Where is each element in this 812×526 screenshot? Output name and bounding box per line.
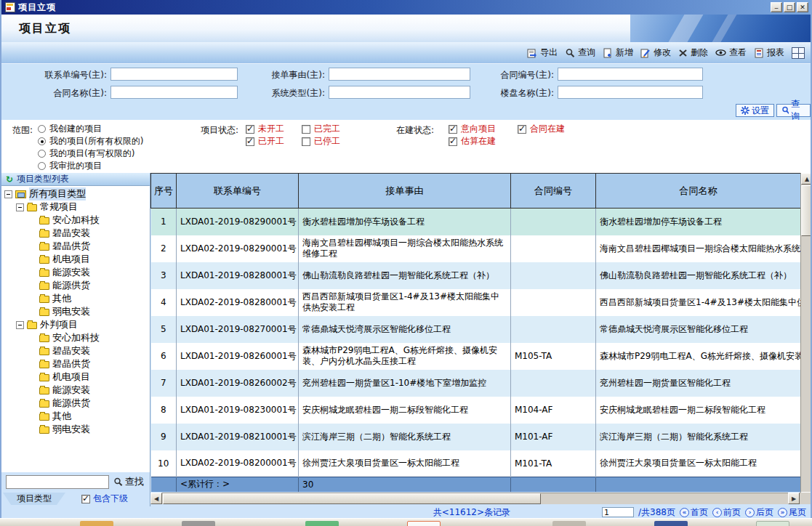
prev-page-icon[interactable] xyxy=(712,508,722,517)
checkbox-icon[interactable] xyxy=(449,137,457,146)
radio-my-all-perm[interactable]: 我的项目(所有有权限的) xyxy=(38,135,143,147)
radio-icon[interactable] xyxy=(38,162,46,170)
table-row[interactable]: 8LXDA01-2019-08230001号安庆桐城龙眠碧桂园一期二标段智能化工… xyxy=(151,397,801,424)
contact-no-input[interactable] xyxy=(110,68,238,81)
building-name-input[interactable] xyxy=(558,86,703,99)
tree-node[interactable]: 机电项目 xyxy=(1,371,150,384)
maximize-icon[interactable] xyxy=(784,2,795,12)
horizontal-scrollbar[interactable] xyxy=(150,493,800,504)
radio-my-created[interactable]: 我创建的项目 xyxy=(38,123,102,135)
report-button[interactable]: 报表 xyxy=(754,46,784,59)
vertical-scrollbar[interactable] xyxy=(800,173,812,504)
refresh-icon[interactable] xyxy=(6,174,13,185)
edit-button[interactable]: 修改 xyxy=(640,46,671,59)
tree-node[interactable]: 安心加科技 xyxy=(1,214,150,227)
radio-my-write-perm[interactable]: 我的项目(有写权限的) xyxy=(38,147,134,160)
taskbar-button[interactable] xyxy=(756,521,789,526)
table-row[interactable]: 1LXDA01-2019-08290001号衡水碧桂园增加停车场设备工程衡水碧桂… xyxy=(151,209,801,235)
checkbox-icon[interactable] xyxy=(302,137,310,146)
tree-node[interactable]: 能源供货 xyxy=(1,397,150,410)
scroll-thumb[interactable] xyxy=(801,185,812,236)
checkbox-icon[interactable] xyxy=(246,137,254,146)
first-page-button[interactable]: 首页 xyxy=(680,506,708,519)
tree-node[interactable]: 碧晶供货 xyxy=(1,357,150,371)
col-header-reason[interactable]: 接单事由 xyxy=(299,174,511,209)
contract-name-input[interactable] xyxy=(110,86,238,99)
find-button[interactable]: 查找 xyxy=(113,475,144,488)
include-sub-option[interactable]: 包含下级 xyxy=(81,493,128,505)
checkbox-icon[interactable] xyxy=(518,125,526,134)
checkbox-icon[interactable] xyxy=(246,125,254,134)
checkbox-estimate-building[interactable]: 估算在建 xyxy=(449,135,496,147)
scroll-left-icon[interactable] xyxy=(150,493,162,504)
tree-node[interactable]: 能源安装 xyxy=(1,384,150,397)
table-row[interactable]: 7LXDA01-2019-08260002号兖州碧桂园一期货量区1-10#楼地下… xyxy=(151,370,801,397)
col-header-contact-no[interactable]: 联系单编号 xyxy=(177,174,299,209)
taskbar-button[interactable] xyxy=(654,521,688,526)
add-button[interactable]: 新增 xyxy=(603,46,633,59)
tree-node[interactable]: 弱电安装 xyxy=(1,305,150,318)
tree-node[interactable]: 能源安装 xyxy=(1,266,150,279)
tree-node[interactable]: 碧晶安装 xyxy=(1,227,150,240)
table-row[interactable]: 10LXDA02-2019-08200001号徐州贾汪大泉项目货量区一标太阳能工… xyxy=(151,450,801,477)
collapse-icon[interactable] xyxy=(4,190,12,198)
checkbox-started[interactable]: 已开工 xyxy=(246,135,284,147)
tree-search-input[interactable] xyxy=(6,475,109,489)
taskbar-button[interactable] xyxy=(552,521,586,526)
radio-icon[interactable] xyxy=(38,137,46,145)
collapse-icon[interactable] xyxy=(16,203,24,211)
taskbar-button[interactable] xyxy=(305,521,339,526)
table-row[interactable]: 9LXDA01-2019-08210001号滨江海岸三期（二期）智能化系统工程M… xyxy=(151,424,801,450)
next-page-icon[interactable] xyxy=(745,508,755,517)
radio-my-approved[interactable]: 我审批的项目 xyxy=(38,160,102,172)
scroll-thumb[interactable] xyxy=(163,493,541,504)
tree-node[interactable]: 其他 xyxy=(1,292,150,305)
tree-node[interactable]: 其他 xyxy=(1,410,150,423)
contract-no-input[interactable] xyxy=(558,68,703,81)
radio-icon[interactable] xyxy=(38,125,46,133)
radio-icon[interactable] xyxy=(38,150,46,158)
checkbox-icon[interactable] xyxy=(449,125,457,134)
table-row[interactable]: 3LXDA01-2019-08280001号佛山勒流勒良路碧桂园一期智能化系统工… xyxy=(151,262,801,289)
table-row[interactable]: 6LXDA01-2019-08260001号森林城市P29弱电工程A、G栋光纤熔… xyxy=(151,343,801,370)
os-taskbar[interactable] xyxy=(0,518,812,526)
tree-node-group[interactable]: 外判项目 xyxy=(1,318,150,331)
form-query-button[interactable]: 查询 xyxy=(776,104,811,117)
checkbox-not-started[interactable]: 未开工 xyxy=(246,123,284,135)
checkbox-icon[interactable] xyxy=(302,125,310,134)
collapse-icon[interactable] xyxy=(16,321,24,329)
taskbar-button[interactable] xyxy=(182,521,215,526)
page-number-input[interactable] xyxy=(602,507,634,517)
scroll-right-icon[interactable] xyxy=(788,493,800,504)
table-row[interactable]: 4LXDA02-2019-08280001号西昌西部新城项目货量区1-4#及13… xyxy=(151,289,801,316)
checkbox-contract-building[interactable]: 合同在建 xyxy=(518,123,565,135)
col-header-contract-name[interactable]: 合同名称 xyxy=(596,174,801,209)
settings-button[interactable]: 设置 xyxy=(736,104,774,117)
tree-node-group[interactable]: 常规项目 xyxy=(1,201,150,214)
tree-node[interactable]: 能源供货 xyxy=(1,279,150,292)
tree-node[interactable]: 碧晶安装 xyxy=(1,344,150,357)
close-icon[interactable] xyxy=(797,2,808,12)
tree-node-root[interactable]: 所有项目类型 xyxy=(1,187,150,201)
grid-settings-icon[interactable] xyxy=(792,47,805,59)
table-row[interactable]: 5LXDA01-2019-08270001号常德鼎城天悦湾展示区智能化移位工程常… xyxy=(151,316,801,343)
minimize-icon[interactable] xyxy=(771,2,782,12)
checkbox-completed[interactable]: 已完工 xyxy=(302,123,340,135)
taskbar-button[interactable] xyxy=(80,521,113,526)
title-bar[interactable]: 项目立项 xyxy=(1,0,811,15)
scroll-up-icon[interactable] xyxy=(801,173,812,185)
last-page-icon[interactable] xyxy=(778,508,787,517)
checkbox-intent-project[interactable]: 意向项目 xyxy=(449,123,496,135)
order-reason-input[interactable] xyxy=(329,68,470,81)
next-page-button[interactable]: 后页 xyxy=(745,506,773,519)
tree-node[interactable]: 安心加科技 xyxy=(1,331,150,344)
prev-page-button[interactable]: 前页 xyxy=(712,506,741,519)
col-header-contract-no[interactable]: 合同编号 xyxy=(511,174,596,209)
tree-node[interactable]: 弱电安装 xyxy=(1,423,150,436)
table-row[interactable]: 2LXDA02-2019-08290001号海南文昌碧桂园椰城项目一期综合楼太阳… xyxy=(151,235,801,262)
first-page-icon[interactable] xyxy=(680,508,689,517)
system-type-input[interactable] xyxy=(329,86,470,99)
last-page-button[interactable]: 尾页 xyxy=(778,506,806,519)
taskbar-button[interactable] xyxy=(407,521,441,526)
checkbox-stopped[interactable]: 已停工 xyxy=(302,135,340,147)
